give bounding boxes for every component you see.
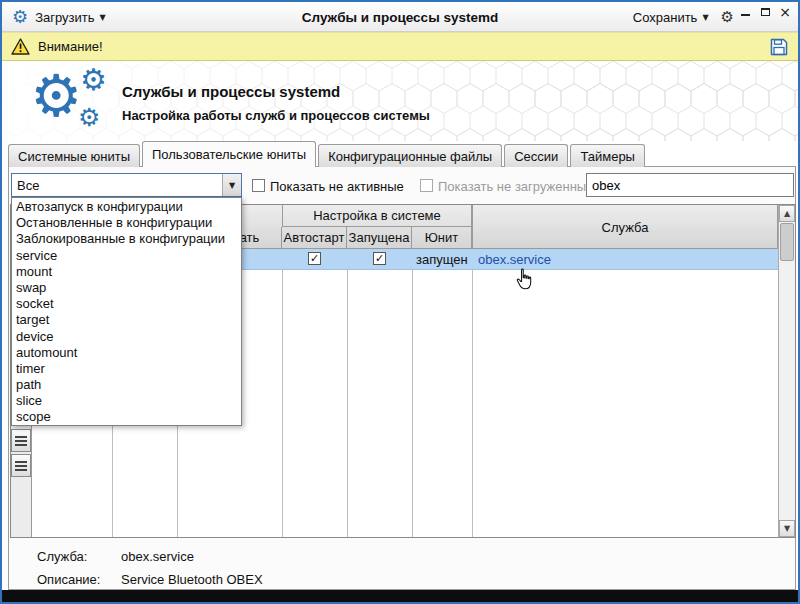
page-subtitle: Настройка работы служб и процессов систе…: [122, 108, 430, 123]
check-icon: ✓: [310, 252, 319, 265]
settings-gear-icon[interactable]: ⚙: [721, 10, 734, 25]
column-header-running: Запущена: [347, 227, 412, 249]
tab-sessions[interactable]: Сессии: [504, 144, 568, 167]
header-banner: ⚙ ⚙ ⚙ Службы и процессы systemd Настройк…: [2, 61, 798, 141]
unit-list-button[interactable]: [11, 429, 31, 452]
grid-line: [412, 249, 413, 537]
bottom-log-bar[interactable]: [2, 590, 798, 602]
grid-line: [282, 249, 283, 537]
show-unloaded-checkbox: [420, 179, 433, 192]
dropdown-item[interactable]: service: [12, 248, 241, 264]
dropdown-item[interactable]: path: [12, 377, 241, 393]
combobox-arrow-button[interactable]: ▼: [222, 174, 241, 196]
app-window: ⚙ Загрузить ▼ Службы и процессы systemd …: [0, 0, 800, 604]
autostart-checkbox[interactable]: ✓: [308, 252, 321, 265]
window-controls: ×: [739, 6, 791, 18]
dropdown-item[interactable]: slice: [12, 393, 241, 409]
minimize-button[interactable]: [739, 6, 751, 18]
column-header-unit: Юнит: [412, 227, 472, 249]
load-button-label: Загрузить: [35, 10, 94, 25]
load-button[interactable]: Загрузить ▼: [35, 10, 106, 25]
description-detail-label: Описание:: [37, 572, 100, 587]
dropdown-item[interactable]: target: [12, 312, 241, 328]
dropdown-item[interactable]: swap: [12, 280, 241, 296]
grid-line: [347, 249, 348, 537]
warning-text: Внимание!: [38, 39, 103, 54]
search-input[interactable]: [586, 173, 794, 197]
tab-user-units[interactable]: Пользовательские юниты: [142, 141, 316, 167]
column-header-service: Служба: [472, 205, 778, 249]
app-gear-icon: ⚙: [12, 8, 28, 26]
close-icon: ×: [779, 7, 791, 17]
service-detail-value: obex.service: [121, 549, 194, 564]
service-detail-label: Служба:: [37, 549, 87, 564]
maximize-icon: [761, 8, 770, 16]
show-unloaded-label: Показать не загруженные: [438, 175, 593, 197]
running-checkbox[interactable]: ✓: [373, 252, 386, 265]
floppy-save-icon: [769, 37, 789, 57]
gear-icon: ⚙: [30, 67, 82, 125]
dropdown-item[interactable]: scope: [12, 409, 241, 425]
unit-detail-list-button[interactable]: [11, 454, 31, 477]
list-icon: [15, 436, 27, 446]
unit-type-dropdown-list: Автозапуск в конфигурации Остановленные …: [11, 197, 242, 426]
group-header-system-settings: Настройка в системе: [282, 205, 472, 227]
chevron-down-icon: ▼: [229, 181, 235, 190]
chevron-down-icon: ▼: [702, 13, 708, 22]
tab-timers[interactable]: Таймеры: [570, 144, 645, 167]
chevron-down-icon: ▼: [100, 13, 106, 22]
warning-bar: Внимание!: [2, 32, 798, 61]
gear-icon: ⚙: [78, 105, 100, 130]
dropdown-item[interactable]: Автозапуск в конфигурации: [12, 199, 241, 215]
close-button[interactable]: ×: [779, 6, 791, 18]
scroll-down-button[interactable]: ▼: [779, 520, 795, 537]
dropdown-item[interactable]: Заблокированные в конфигурации: [12, 231, 241, 247]
title-bar: ⚙ Загрузить ▼ Службы и процессы systemd …: [2, 2, 798, 32]
dropdown-item[interactable]: socket: [12, 296, 241, 312]
unit-type-combobox[interactable]: Все ▼: [11, 173, 242, 197]
unit-state-cell: запущен: [416, 249, 468, 270]
scroll-up-button[interactable]: ▲: [779, 205, 795, 222]
description-detail-value: Service Bluetooth OBEX: [121, 572, 263, 587]
save-config-button[interactable]: [769, 37, 789, 57]
app-logo-gears: ⚙ ⚙ ⚙: [30, 65, 116, 139]
page-title: Службы и процессы systemd: [122, 83, 340, 100]
list-icon: [15, 461, 27, 471]
dropdown-item[interactable]: mount: [12, 264, 241, 280]
dropdown-item[interactable]: device: [12, 329, 241, 345]
save-button-label: Сохранить: [633, 10, 698, 25]
maximize-button[interactable]: [759, 6, 771, 18]
tab-system-units[interactable]: Системные юниты: [8, 144, 140, 167]
tab-config-files[interactable]: Конфигурационные файлы: [318, 144, 502, 167]
service-name-link[interactable]: obex.service: [478, 249, 551, 270]
combobox-value: Все: [12, 178, 222, 193]
minimize-icon: [741, 14, 750, 16]
dropdown-item[interactable]: automount: [12, 345, 241, 361]
tab-bar: Системные юниты Пользовательские юниты К…: [8, 141, 647, 167]
check-icon: ✓: [375, 252, 384, 265]
dropdown-item[interactable]: timer: [12, 361, 241, 377]
grid-line: [472, 249, 473, 537]
save-button[interactable]: Сохранить ▼: [633, 10, 709, 25]
warning-icon: [11, 38, 30, 55]
scrollbar-thumb[interactable]: [780, 223, 794, 261]
show-inactive-label[interactable]: Показать не активные: [270, 175, 404, 197]
vertical-scrollbar[interactable]: ▲ ▼: [778, 205, 795, 537]
show-inactive-checkbox[interactable]: [252, 179, 265, 192]
banner-fade: [2, 61, 798, 141]
column-header-autostart: Автостарт: [282, 227, 347, 249]
gear-icon: ⚙: [80, 65, 107, 95]
main-panel: Все ▼ Показать не активные Показать не з…: [8, 166, 796, 590]
dropdown-item[interactable]: Остановленные в конфигурации: [12, 215, 241, 231]
